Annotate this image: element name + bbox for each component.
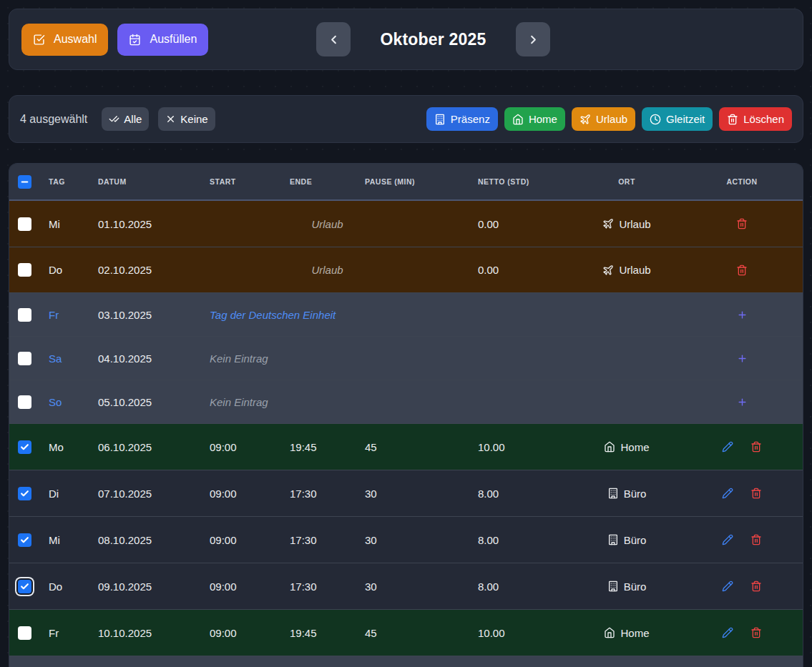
action-cell (681, 218, 803, 229)
selected-count: 4 ausgewählt (20, 113, 87, 126)
select-all-button[interactable]: Alle (102, 107, 149, 131)
select-all-checkbox[interactable] (18, 175, 49, 189)
auswahl-button[interactable]: Auswahl (21, 24, 108, 56)
ort-label: Büro (624, 488, 647, 500)
pause-minutes: 30 (365, 534, 478, 546)
row-checkbox[interactable] (18, 440, 49, 454)
table-row: So05.10.2025Kein Eintrag (9, 380, 803, 423)
col-header-datum: Datum (98, 177, 210, 186)
row-checkbox[interactable] (18, 217, 49, 231)
table-row: Fr03.10.2025Tag der Deutschen Einheit (9, 292, 803, 336)
date-label: 10.10.2025 (98, 627, 210, 639)
row-checkbox[interactable] (18, 626, 49, 640)
check-icon (20, 443, 29, 452)
delete-entry-button[interactable] (750, 627, 762, 638)
col-header-ende: Ende (290, 177, 365, 186)
start-time: 09:00 (210, 534, 290, 546)
date-label: 06.10.2025 (98, 441, 210, 453)
plus-icon (737, 310, 748, 320)
delete-entry-button[interactable] (750, 580, 762, 592)
edit-entry-button[interactable] (722, 441, 733, 453)
end-time: 17:30 (290, 488, 365, 500)
select-none-label: Keine (180, 113, 207, 125)
calendar-check-icon (129, 34, 141, 46)
praesenz-bulk-button[interactable]: Präsenz (426, 107, 498, 131)
delete-entry-button[interactable] (750, 488, 762, 499)
plane-icon (602, 265, 614, 276)
urlaub-bulk-label: Urlaub (596, 113, 627, 125)
delete-entry-button[interactable] (750, 534, 762, 545)
netto-hours: 8.00 (478, 534, 572, 546)
next-month-button[interactable] (516, 22, 550, 56)
ort-cell: Urlaub (572, 264, 681, 276)
row-checkbox[interactable] (18, 308, 49, 322)
delete-entry-button[interactable] (736, 265, 748, 276)
col-header-netto: Netto (Std) (478, 177, 572, 186)
day-label: Di (49, 488, 98, 500)
action-cell (681, 627, 803, 638)
trash-icon (750, 627, 762, 638)
delete-entry-button[interactable] (750, 441, 762, 453)
table-row: Mi01.10.2025Urlaub0.00Urlaub (9, 201, 803, 247)
add-entry-button[interactable] (737, 397, 748, 407)
pause-minutes: 45 (365, 441, 478, 453)
end-time: 19:45 (290, 627, 365, 639)
trash-icon (750, 441, 762, 453)
loeschen-bulk-button[interactable]: Löschen (719, 107, 792, 131)
home-bulk-label: Home (529, 113, 557, 125)
netto-hours: 10.00 (478, 627, 572, 639)
selection-bar: 4 ausgewählt Alle Keine PräsenzHomeUrlau… (9, 95, 803, 143)
home-bulk-button[interactable]: Home (504, 107, 565, 131)
ort-label: Home (620, 627, 649, 639)
home-icon (512, 114, 524, 125)
trash-icon (736, 265, 748, 276)
gleitzeit-bulk-button[interactable]: Gleitzeit (642, 107, 713, 131)
ort-cell: Urlaub (572, 218, 681, 230)
table-row: Fr10.10.202509:0019:454510.00Home (9, 609, 803, 656)
col-header-ort: Ort (572, 177, 681, 186)
col-header-tag: Tag (49, 177, 98, 186)
end-time: 17:30 (290, 534, 365, 546)
add-entry-button[interactable] (737, 310, 748, 320)
edit-entry-button[interactable] (722, 488, 733, 499)
minus-icon (20, 177, 29, 187)
row-checkbox[interactable] (18, 352, 49, 365)
ort-label: Büro (624, 534, 647, 546)
add-entry-button[interactable] (737, 353, 748, 364)
entry-note: Kein Eintrag (210, 352, 572, 365)
start-time: 09:00 (210, 627, 290, 639)
ausfuellen-label: Ausfüllen (150, 33, 197, 46)
ausfuellen-button[interactable]: Ausfüllen (117, 24, 208, 56)
urlaub-bulk-button[interactable]: Urlaub (572, 107, 635, 131)
pause-minutes: 30 (365, 488, 478, 500)
date-label: 08.10.2025 (98, 534, 210, 546)
ort-cell: Büro (572, 580, 681, 593)
row-checkbox[interactable] (18, 263, 49, 277)
prev-month-button[interactable] (316, 22, 351, 56)
day-label: So (49, 396, 98, 408)
row-checkbox[interactable] (18, 580, 49, 593)
netto-hours: 8.00 (478, 488, 572, 500)
ort-cell: Büro (572, 488, 681, 500)
entry-note: Urlaub (210, 264, 478, 276)
pencil-icon (722, 534, 733, 545)
plane-icon (579, 114, 591, 125)
day-label: Fr (49, 627, 98, 639)
month-title: Oktober 2025 (351, 30, 516, 49)
chevron-left-icon (327, 33, 341, 46)
trash-icon (750, 580, 762, 592)
edit-entry-button[interactable] (722, 580, 733, 592)
row-checkbox[interactable] (18, 487, 49, 500)
edit-entry-button[interactable] (722, 534, 733, 545)
select-none-button[interactable]: Keine (158, 107, 215, 131)
table-header: Tag Datum Start Ende Pause (Min) Netto (… (9, 164, 803, 201)
edit-entry-button[interactable] (722, 627, 733, 638)
start-time: 09:00 (210, 488, 290, 500)
row-checkbox[interactable] (18, 395, 49, 409)
row-checkbox[interactable] (18, 533, 49, 547)
table-row-partial (9, 656, 803, 667)
bulk-actions: PräsenzHomeUrlaubGleitzeitLöschen (426, 107, 792, 131)
delete-entry-button[interactable] (736, 218, 748, 229)
date-label: 04.10.2025 (98, 352, 210, 365)
trash-icon (750, 534, 762, 545)
